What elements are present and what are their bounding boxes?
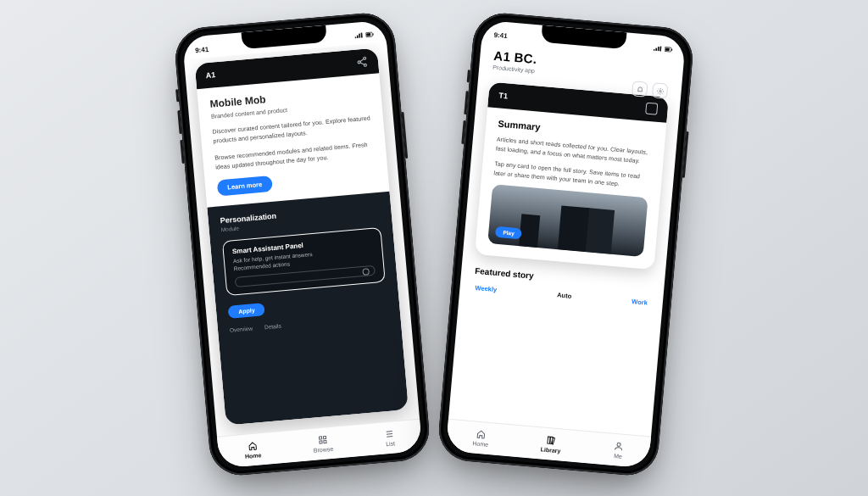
content-area: A1 Mobile Mob Branded content and produc…	[184, 42, 420, 436]
svg-point-13	[659, 89, 660, 91]
svg-point-4	[358, 60, 360, 63]
tab-home[interactable]: Home	[243, 440, 261, 460]
learn-more-button[interactable]: Learn more	[217, 175, 273, 196]
dark-link-details[interactable]: Details	[264, 322, 281, 330]
mute-switch	[467, 70, 470, 82]
tab-profile[interactable]: Me	[613, 440, 625, 459]
segment-work[interactable]: Work	[632, 298, 648, 307]
mute-switch	[175, 89, 179, 102]
notification-button[interactable]	[632, 81, 648, 98]
card-head-label: A1	[205, 70, 215, 80]
media-thumbnail[interactable]: Play	[487, 184, 648, 257]
tab-profile-label: Me	[614, 452, 622, 459]
screen-right: 9:41 A1 BC. Productivity app	[446, 20, 687, 468]
expand-icon[interactable]	[645, 102, 658, 114]
svg-point-5	[364, 64, 366, 66]
screen-left: 9:41 A1 Mobile Mob Branded content and p…	[182, 20, 423, 468]
card-para-1: Discover curated content tailored for yo…	[212, 114, 372, 145]
svg-point-14	[617, 443, 620, 446]
dark-link-overview[interactable]: Overview	[230, 325, 253, 332]
gear-icon	[656, 86, 665, 95]
svg-rect-8	[320, 440, 322, 443]
highlight-box[interactable]: Smart Assistant Panel Ask for help, get …	[222, 226, 386, 295]
article-card[interactable]: T1 Summary Articles and short reads coll…	[475, 81, 669, 270]
svg-rect-7	[323, 436, 326, 438]
tab-home[interactable]: Home	[472, 428, 489, 448]
overlay-card: A1 Mobile Mob Branded content and produc…	[195, 47, 409, 425]
list-icon	[384, 428, 395, 439]
settings-button[interactable]	[652, 82, 669, 99]
volume-down-button	[461, 120, 465, 143]
battery-icon	[665, 46, 674, 53]
bell-icon	[636, 85, 644, 93]
segment-auto[interactable]: Auto	[557, 291, 572, 299]
media-row: Play	[487, 184, 648, 257]
svg-rect-6	[319, 436, 321, 438]
svg-rect-1	[366, 33, 370, 36]
tab-library-label: Library	[540, 446, 560, 454]
home-icon	[247, 440, 258, 451]
user-icon	[613, 440, 624, 451]
article-card-head-label: T1	[498, 91, 508, 100]
signal-icon	[654, 45, 663, 53]
status-indicators	[654, 45, 674, 53]
volume-down-button	[180, 139, 184, 163]
volume-up-button	[177, 109, 181, 133]
volume-up-button	[464, 91, 468, 114]
play-chip[interactable]: Play	[495, 226, 522, 239]
svg-rect-11	[665, 47, 670, 51]
tab-home-label: Home	[472, 440, 488, 448]
card-para-2: Browse recommended modules and related i…	[214, 140, 375, 171]
tab-library[interactable]: Library	[540, 434, 561, 454]
phone-mockup-left: 9:41 A1 Mobile Mob Branded content and p…	[173, 10, 431, 477]
tab-list-label: List	[386, 440, 395, 447]
status-time: 9:41	[195, 45, 209, 53]
grid-icon	[317, 434, 328, 445]
svg-rect-2	[372, 33, 373, 35]
content-area: A1 BC. Productivity app T1 Summary Ar	[448, 42, 684, 436]
power-button	[401, 111, 408, 158]
share-icon[interactable]	[356, 55, 369, 68]
tab-home-label: Home	[245, 452, 262, 460]
tab-list[interactable]: List	[384, 428, 396, 447]
article-card-body: Summary Articles and short reads collect…	[475, 107, 666, 270]
svg-rect-9	[324, 440, 326, 443]
phone-mockup-right: 9:41 A1 BC. Productivity app	[437, 10, 695, 477]
card-body: Mobile Mob Branded content and product D…	[197, 73, 389, 207]
tab-browse-label: Browse	[314, 445, 334, 453]
status-time: 9:41	[493, 31, 508, 39]
apply-button[interactable]: Apply	[228, 303, 266, 319]
header-actions	[632, 81, 668, 99]
segment-weekly[interactable]: Weekly	[475, 283, 497, 293]
svg-point-3	[364, 57, 366, 59]
signal-icon	[354, 31, 364, 39]
library-icon	[546, 434, 557, 445]
status-indicators	[354, 31, 375, 39]
battery-icon	[365, 31, 375, 38]
home-icon	[476, 428, 487, 439]
tab-browse[interactable]: Browse	[312, 433, 333, 453]
power-button	[682, 131, 689, 177]
card-dark-section: Personalization Module Smart Assistant P…	[207, 191, 409, 425]
